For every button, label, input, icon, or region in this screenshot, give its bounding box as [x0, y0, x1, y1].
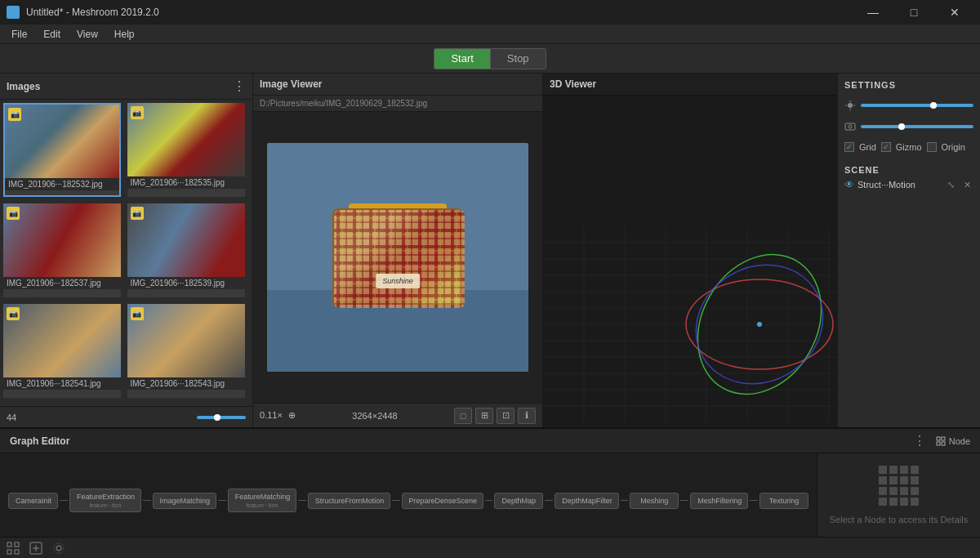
view-mode-grid[interactable]: ⊞ [475, 408, 493, 424]
image-thumb-6[interactable]: 📷 IMG_201906···182543.jpg [127, 304, 245, 398]
zoom-slider[interactable] [197, 416, 246, 419]
settings-row-1 [844, 100, 973, 111]
thumb-preview-3 [3, 203, 121, 277]
svg-rect-45 [7, 542, 11, 547]
node-depthmapfilter[interactable]: DepthMapFilter [555, 493, 618, 509]
node-featureextraction[interactable]: FeatureExtraction feature···tion [69, 489, 141, 512]
menu-view[interactable]: View [69, 27, 106, 42]
svg-point-34 [848, 103, 853, 108]
menu-help[interactable]: Help [106, 27, 143, 42]
scene-action-1[interactable]: ⤡ [944, 178, 957, 191]
image-footer-icons: □ ⊞ ⊡ ℹ [454, 408, 536, 424]
view-mode-single[interactable]: □ [454, 408, 472, 424]
image-thumb-5[interactable]: 📷 IMG_201906···182541.jpg [3, 304, 121, 398]
thumb-label-6: IMG_201906···182543.jpg [127, 377, 245, 390]
settings-title: SETTINGS [844, 80, 973, 90]
viewer3d-content[interactable] [543, 96, 837, 427]
svg-rect-44 [942, 442, 945, 445]
images-footer: 44 [0, 406, 252, 427]
graph-fit-button[interactable] [7, 542, 20, 555]
connector-8 [621, 500, 629, 501]
minimize-button[interactable]: — [854, 0, 892, 25]
menu-edit[interactable]: Edit [35, 27, 69, 42]
origin-checkbox[interactable] [927, 142, 937, 152]
thumb-label-1: IMG_201906···182532.jpg [5, 178, 119, 190]
svg-rect-41 [937, 437, 940, 440]
image-viewer-path: D:/Pictures/meiku/IMG_20190629_182532.jp… [253, 96, 542, 112]
node-imagematching[interactable]: ImageMatching [153, 493, 216, 509]
close-button[interactable]: ✕ [936, 0, 973, 25]
brightness-slider[interactable] [861, 104, 973, 107]
start-button[interactable]: Start [434, 48, 489, 69]
zoom-icon [29, 542, 42, 555]
image-thumb-2[interactable]: 📷 IMG_201906···182535.jpg [127, 103, 245, 197]
image-info-button[interactable]: ℹ [518, 408, 536, 424]
toolbar: Start Stop [0, 44, 980, 74]
settings-icon [52, 542, 65, 555]
thumb-preview-1 [5, 105, 119, 178]
image-thumb-4[interactable]: 📷 IMG_201906···182539.jpg [127, 203, 245, 297]
connector-9 [680, 500, 688, 501]
graph-menu-button[interactable]: ⋮ [913, 433, 926, 449]
camera-setting-slider[interactable] [861, 125, 973, 128]
node-camerainit[interactable]: CameraInit [8, 493, 58, 509]
svg-rect-39 [845, 123, 855, 130]
grid-checkbox[interactable] [844, 142, 854, 152]
graph-content: CameraInit FeatureExtraction feature···t… [0, 453, 980, 537]
app-title: Untitled* - Meshroom 2019.2.0 [26, 7, 159, 18]
thumb-preview-4 [127, 203, 245, 277]
images-menu-button[interactable]: ⋮ [233, 78, 246, 94]
menu-file[interactable]: File [3, 27, 35, 42]
main-area: Images ⋮ 📷 IMG_201906···182532.jpg 📷 IMG… [0, 74, 980, 427]
node-label: StructureFromMotion [315, 497, 383, 505]
graph-pipeline: CameraInit FeatureExtraction feature···t… [0, 472, 817, 529]
image-thumb-1[interactable]: 📷 IMG_201906···182532.jpg [3, 103, 121, 197]
origin-checkbox-row: Origin [927, 142, 965, 152]
scene-action-2[interactable]: ✕ [960, 178, 973, 191]
graph-nodes-area[interactable]: CameraInit FeatureExtraction feature···t… [0, 453, 817, 537]
images-grid: 📷 IMG_201906···182532.jpg 📷 IMG_201906··… [0, 100, 252, 406]
connector-3 [218, 500, 226, 501]
node-preparedensescene[interactable]: PrepareDenseScene [402, 493, 483, 509]
eye-icon[interactable]: 👁 [844, 179, 854, 190]
gizmo-checkbox[interactable] [881, 142, 891, 152]
image-viewer-panel: Image Viewer D:/Pictures/meiku/IMG_20190… [253, 74, 543, 427]
node-icon [936, 436, 946, 446]
image-viewer-header: Image Viewer [253, 74, 542, 96]
graph-editor: Graph Editor ⋮ Node CameraInit FeatureEx… [0, 427, 980, 558]
images-header: Images ⋮ [0, 74, 252, 100]
node-structurefromotion[interactable]: StructureFromMotion [308, 493, 390, 509]
image-viewer-content[interactable]: Sunshine [253, 112, 542, 403]
maximize-button[interactable]: □ [895, 0, 933, 25]
gizmo-checkbox-row: Gizmo [881, 142, 922, 152]
node-meshing[interactable]: Meshing [630, 493, 679, 509]
node-meshfiltering[interactable]: MeshFiltering [690, 493, 748, 509]
stop-button[interactable]: Stop [490, 48, 546, 69]
camera-icon-5: 📷 [7, 307, 20, 320]
window-controls: — □ ✕ [854, 0, 973, 25]
node-label: ImageMatching [160, 497, 209, 505]
graph-editor-title: Graph Editor [10, 435, 69, 447]
node-featurematching[interactable]: FeatureMatching feature···tion [228, 489, 296, 512]
images-panel-title: Images [7, 81, 40, 92]
graph-footer [0, 537, 980, 558]
settings-panel: SETTINGS Grid Gizmo [837, 74, 980, 427]
settings-row-2 [844, 121, 973, 132]
image-thumb-3[interactable]: 📷 IMG_201906···182537.jpg [3, 203, 121, 297]
thumb-label-3: IMG_201906···182537.jpg [3, 277, 121, 289]
images-count: 44 [7, 413, 16, 422]
node-depthmap[interactable]: DepthMap [494, 493, 543, 509]
camera-icon-2: 📷 [131, 106, 144, 119]
connector-5 [392, 500, 400, 501]
node-label: DepthMapFilter [562, 497, 611, 505]
node-texturing[interactable]: Texturing [760, 493, 808, 509]
graph-settings-button[interactable] [52, 542, 65, 555]
node-label: Texturing [767, 497, 801, 505]
graph-zoom-button[interactable] [29, 542, 42, 555]
zoom-icon[interactable]: ⊕ [288, 410, 296, 420]
connector-6 [485, 500, 493, 501]
view-mode-compare[interactable]: ⊡ [497, 408, 514, 424]
svg-rect-7 [334, 210, 465, 308]
bag-label: Sunshine [376, 274, 420, 288]
graph-node-button[interactable]: Node [936, 436, 970, 446]
